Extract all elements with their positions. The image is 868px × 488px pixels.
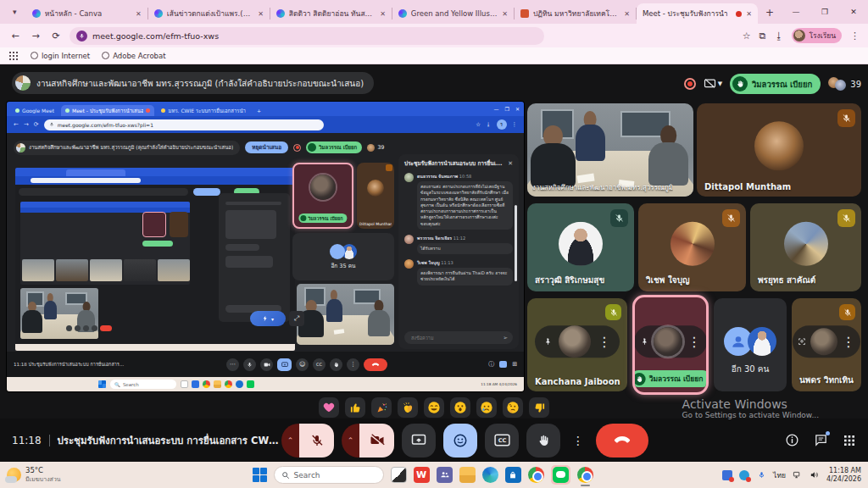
chrome-profile-app-active[interactable] (577, 467, 593, 483)
taskbar-clock[interactable]: 11:18 AM 4/24/2026 (826, 467, 861, 484)
url-field[interactable]: meet.google.com/efm-tfuo-xws (70, 27, 544, 45)
task-view-button[interactable] (391, 467, 407, 483)
tab-close-icon[interactable]: ✕ (624, 10, 630, 18)
nested-level2-taskbar (15, 344, 295, 351)
meeting-details-button[interactable] (785, 433, 799, 447)
start-button[interactable] (253, 468, 267, 482)
volume-icon[interactable] (810, 470, 820, 480)
tab-close-icon[interactable]: ✕ (746, 10, 752, 18)
tile-menu-icon[interactable]: ⋮ (687, 334, 701, 350)
send-message-icon[interactable]: ➢ (503, 335, 508, 341)
remove-from-frame-icon[interactable] (798, 337, 806, 346)
forward-button[interactable]: → (29, 30, 42, 42)
apps-grid-icon[interactable] (8, 51, 19, 61)
camera-muted-button[interactable] (359, 424, 394, 458)
raise-hand-button[interactable] (526, 424, 560, 458)
network-icon[interactable] (793, 470, 803, 480)
download-icon[interactable]: ⭳ (774, 30, 783, 42)
reaction-clapping-hands-icon[interactable] (398, 397, 418, 418)
tab-close-icon[interactable]: ✕ (380, 10, 386, 18)
present-screen-button[interactable] (402, 424, 436, 458)
pin-icon[interactable] (543, 337, 552, 346)
new-tab-button[interactable]: + (761, 4, 778, 21)
participant-avatar (810, 328, 837, 355)
reaction-thinking-icon[interactable] (503, 397, 523, 418)
bookmark-star-icon[interactable]: ☆ (743, 30, 751, 42)
browser-tab-3[interactable]: สิตติวา สิตติยาอ่อน ทันสมัย ทาเทา ✕ (270, 3, 392, 24)
teams-app[interactable] (437, 467, 453, 483)
microsoft-store-app[interactable] (505, 467, 521, 483)
tile-sarawut[interactable]: สราวุฒิ สิริเกษมสุข (527, 203, 634, 291)
tile-nopporn[interactable]: ⋮ นพดร วิทกเทิน (792, 298, 861, 391)
reaction-surprised-icon[interactable] (450, 397, 470, 418)
reaction-crying-icon[interactable] (476, 397, 497, 418)
tab-search-button[interactable]: ▾ (5, 3, 25, 21)
bookmark-login-internet[interactable]: login Internet (31, 52, 90, 60)
reaction-party-popper-icon[interactable] (371, 397, 392, 418)
tab-close-icon[interactable]: ✕ (502, 10, 508, 18)
tile-wichep[interactable]: วิเชพ ใจบุญ (638, 203, 746, 291)
shared-screen-presentation[interactable]: Google Meet Meet - ประชุมรับฟังการนำเสนอ… (7, 102, 524, 391)
tile-dittapol[interactable]: Dittapol Muntham (697, 103, 861, 197)
captions-button[interactable]: CC (485, 424, 519, 458)
browser-tab-2[interactable]: เส้นข่าวตกแต่งเป้าแพร.(ให้อาตัย) ✕ (148, 3, 270, 24)
presenting-banner-text: งานสหกิจศึกษาและพัฒนาอาชีพ มทร.สุวรรณภูม… (36, 77, 364, 90)
reaction-thumbs-up-icon[interactable] (345, 397, 365, 418)
window-minimize-button[interactable]: — (782, 8, 810, 16)
tile-wimonwan-hand-raised[interactable]: ⋮ วิมลวรรณ เบียยก (632, 295, 709, 395)
bookmark-adobe-acrobat[interactable]: Adobe Acrobat (102, 52, 165, 60)
back-button[interactable]: ← (8, 30, 22, 42)
activities-button[interactable] (843, 434, 856, 447)
chat-input[interactable] (409, 335, 494, 341)
reaction-thumbs-down-icon[interactable] (529, 397, 549, 418)
taskbar-weather-widget[interactable]: 35°C มีเมฆบางส่วน (7, 466, 61, 484)
chat-scrollbar[interactable] (515, 205, 517, 281)
screen-capture-pill[interactable]: ▾ (250, 311, 286, 326)
reactions-button-active[interactable] (443, 424, 477, 458)
tray-mic-icon[interactable] (756, 470, 766, 480)
chat-icon (499, 361, 507, 368)
tray-app-recording-icon[interactable] (722, 470, 732, 480)
browser-tab-meet-active[interactable]: Meet - ประชุมรับฟังการนำ ✕ (637, 3, 758, 24)
mic-options-chevron[interactable]: ⌃ (281, 424, 299, 458)
tile-pornyut[interactable]: พรยุทธ สาคัณต์ (750, 203, 861, 291)
reading-list-icon[interactable]: ⧉ (760, 30, 766, 42)
wps-office-app[interactable]: W (414, 467, 430, 483)
browser-tab-5[interactable]: ปฏิทิน มหาวิทยาลัยเทคโนโลยีราช ✕ (515, 3, 636, 24)
file-explorer-app[interactable] (459, 467, 476, 483)
tab-close-icon[interactable]: ✕ (136, 10, 142, 18)
keyboard-language-indicator[interactable]: ไทย (773, 469, 786, 481)
tile-room-video[interactable]: งานสหกิจศึกษาและพัฒนาอาชีพ.มทร.สุวรรณภูม… (527, 103, 693, 197)
mic-muted-button[interactable] (299, 424, 334, 458)
browser-menu-icon[interactable]: ⋮ (850, 30, 860, 42)
tab-close-icon[interactable]: ✕ (258, 10, 264, 18)
tray-app-2-icon[interactable] (739, 470, 749, 480)
hand-raised-notification-pill[interactable]: วิมลวรรณ เบียยก (730, 74, 821, 94)
tile-menu-icon[interactable]: ⋮ (842, 334, 855, 350)
chrome-app[interactable] (528, 467, 544, 483)
window-close-button[interactable]: ✕ (839, 8, 868, 16)
chat-close-icon[interactable]: ✕ (508, 160, 513, 167)
presentation-toggle[interactable]: ▼ (704, 79, 722, 89)
window-maximize-button[interactable]: ❐ (810, 8, 839, 16)
line-app-active[interactable] (551, 465, 570, 485)
tile-kanchana[interactable]: ⋮ Kanchana Jaiboon (527, 298, 627, 391)
tile-menu-icon[interactable]: ⋮ (598, 334, 611, 350)
browser-tab-canva[interactable]: หน้าหลัก - Canva ✕ (26, 3, 147, 24)
taskbar-search[interactable]: Search (274, 466, 384, 484)
reload-button[interactable]: ⟳ (49, 30, 63, 42)
end-call-button[interactable] (596, 424, 648, 458)
reaction-laughing-icon[interactable] (424, 397, 444, 418)
browser-tab-4[interactable]: Green and Yellow Illustrated ✕ (392, 3, 514, 24)
floating-share-control[interactable]: ▾ ⤢ (250, 311, 304, 326)
tile-more-people[interactable]: อีก 30 คน (714, 298, 787, 391)
camera-options-chevron[interactable]: ⌃ (342, 424, 359, 458)
edge-app[interactable] (482, 467, 498, 483)
browser-profile-chip[interactable]: โรงเรียน (792, 28, 842, 43)
chat-panel-button[interactable] (814, 433, 828, 447)
participant-count[interactable]: 39 (828, 77, 861, 91)
expand-icon[interactable]: ⤢ (289, 311, 304, 326)
reaction-sparkling-heart-icon[interactable] (319, 397, 339, 418)
more-options-button[interactable]: ⋮ (568, 424, 588, 458)
pin-icon[interactable] (640, 337, 648, 346)
